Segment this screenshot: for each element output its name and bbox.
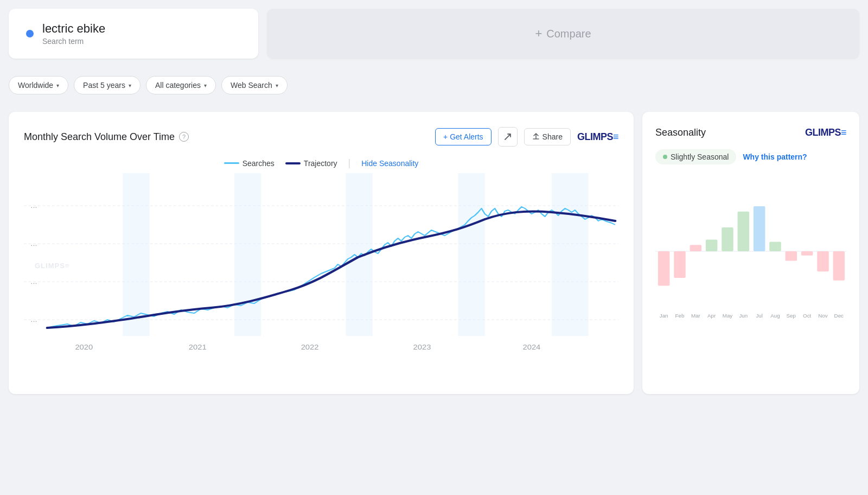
svg-rect-28 [801,251,813,256]
svg-text:Apr: Apr [707,313,716,319]
location-filter[interactable]: Worldwide ▾ [9,76,68,94]
external-link-icon [503,132,512,141]
search-type-filter[interactable]: Web Search ▾ [221,76,288,94]
svg-text:2020: 2020 [75,344,93,351]
svg-rect-8 [552,173,589,336]
why-pattern-button[interactable]: Why this pattern? [743,153,807,161]
svg-text:...: ... [30,240,37,247]
svg-rect-30 [833,251,845,281]
svg-rect-4 [123,173,149,336]
category-chevron-icon: ▾ [204,82,207,88]
seasonality-glimpse-logo: GLIMPS≡ [805,127,846,138]
search-type-label: Web Search [231,81,272,90]
time-chevron-icon: ▾ [129,82,131,88]
svg-text:2024: 2024 [522,344,540,351]
filters-row: Worldwide ▾ Past 5 years ▾ All categorie… [9,67,859,101]
searches-label: Searches [242,159,275,168]
header-row: lectric ebike Search term + Compare [9,9,859,59]
help-icon[interactable]: ? [179,132,189,142]
svg-text:...: ... [30,202,37,209]
chart-area: GLIMPS≡ ... ... ... ... 2020 [24,173,618,358]
svg-text:Jun: Jun [739,313,748,319]
svg-text:2023: 2023 [413,344,431,351]
svg-text:2022: 2022 [301,344,319,351]
svg-text:...: ... [30,316,37,323]
get-alerts-button[interactable]: + Get Alerts [435,128,492,145]
legend-searches: Searches [224,159,275,168]
chart-legend: Searches Trajectory | Hide Seasonality [24,157,618,169]
main-row: Monthly Search Volume Over Time ? + Get … [9,112,859,394]
compare-card[interactable]: + Compare [267,9,859,59]
seasonality-card: Seasonality GLIMPS≡ Slightly Seasonal Wh… [642,112,859,394]
time-label: Past 5 years [83,81,125,90]
searches-line-icon [224,162,239,164]
term-info: lectric ebike Search term [42,22,105,46]
svg-rect-25 [754,206,765,251]
svg-text:Jul: Jul [756,313,762,319]
svg-rect-5 [234,173,261,336]
category-filter[interactable]: All categories ▾ [146,76,216,94]
time-filter[interactable]: Past 5 years ▾ [74,76,141,94]
seasonality-chart: Jan Feb Mar Apr May Jun Jul Aug Sep Oct … [655,175,846,327]
chart-title-row: Monthly Search Volume Over Time ? [24,131,189,143]
svg-rect-19 [658,251,670,286]
trajectory-label: Trajectory [304,159,337,168]
seasonality-badge: Slightly Seasonal [655,149,736,164]
location-chevron-icon: ▾ [56,82,59,88]
share-button[interactable]: Share [524,128,571,145]
trajectory-line-icon [285,162,301,164]
svg-text:Dec: Dec [834,313,844,319]
svg-text:May: May [723,313,733,319]
hide-seasonality-button[interactable]: Hide Seasonality [361,159,418,168]
chart-title: Monthly Search Volume Over Time [24,131,175,143]
share-label: Share [542,132,563,141]
svg-rect-22 [706,239,718,251]
search-term-type: Search term [42,37,105,46]
legend-divider: | [348,157,351,169]
category-label: All categories [155,81,201,90]
svg-text:Oct: Oct [803,313,811,319]
svg-rect-29 [817,251,829,271]
svg-text:Mar: Mar [691,313,701,319]
share-icon [532,133,540,141]
seasonality-title: Seasonality [655,127,706,138]
seasonality-controls: Slightly Seasonal Why this pattern? [655,149,846,164]
chart-card-header: Monthly Search Volume Over Time ? + Get … [24,127,618,147]
svg-text:Nov: Nov [818,313,827,319]
badge-label: Slightly Seasonal [671,153,729,161]
svg-rect-26 [769,242,781,251]
chart-glimpse-logo: GLIMPS≡ [577,131,618,143]
seasonality-header: Seasonality GLIMPS≡ [655,127,846,138]
chart-card: Monthly Search Volume Over Time ? + Get … [9,112,634,394]
legend-trajectory: Trajectory [285,159,337,168]
badge-dot-icon [663,155,667,159]
svg-rect-24 [738,212,750,251]
term-dot [26,30,34,37]
svg-text:Jan: Jan [660,313,668,319]
svg-rect-6 [346,173,373,336]
svg-rect-23 [722,227,733,251]
location-label: Worldwide [18,81,53,90]
svg-text:2021: 2021 [189,344,207,351]
svg-text:Aug: Aug [770,313,780,319]
search-type-chevron-icon: ▾ [276,82,278,88]
svg-rect-20 [674,251,686,278]
search-term-card: lectric ebike Search term [9,9,258,59]
main-chart-svg: ... ... ... ... 2020 2021 2022 2023 2024 [24,173,618,358]
compare-label: Compare [546,28,591,40]
external-link-button[interactable] [498,127,518,147]
seasonality-chart-svg: Jan Feb Mar Apr May Jun Jul Aug Sep Oct … [655,175,846,327]
svg-text:...: ... [30,278,37,285]
svg-rect-21 [690,245,702,251]
chart-actions: + Get Alerts Share GLIMPS≡ [435,127,618,147]
svg-text:Sep: Sep [787,313,796,319]
search-term-name: lectric ebike [42,22,105,36]
svg-rect-27 [786,251,797,261]
svg-rect-7 [458,173,484,336]
svg-text:Feb: Feb [675,313,685,319]
compare-plus-icon: + [535,27,542,41]
